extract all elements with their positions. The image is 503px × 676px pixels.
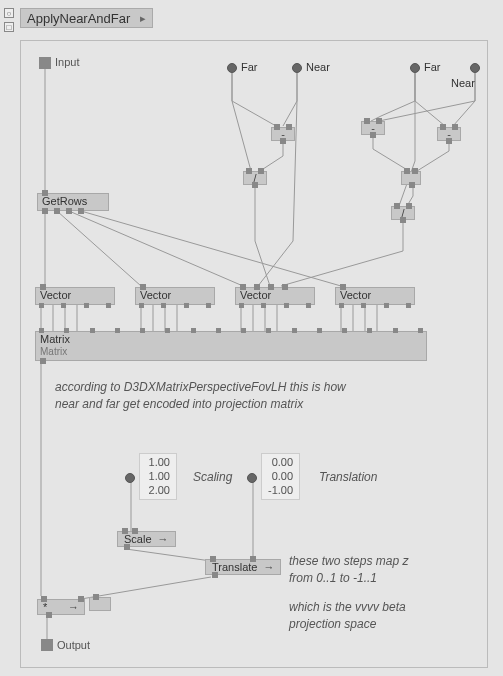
near-pin-1[interactable] xyxy=(292,63,302,73)
matrix-label: Matrix xyxy=(36,332,426,346)
vector-node-3[interactable]: Vector xyxy=(235,287,315,305)
near-label-1: Near xyxy=(306,61,330,73)
arrow-right-icon: → xyxy=(158,533,169,545)
far-pin-1[interactable] xyxy=(227,63,237,73)
matrix-sublabel: Matrix xyxy=(36,346,426,359)
far-label-1: Far xyxy=(241,61,258,73)
patch-title: ApplyNearAndFar xyxy=(27,11,130,26)
scaling-dot[interactable] xyxy=(125,473,135,483)
translation-label: Translation xyxy=(319,469,377,486)
matrix-node[interactable]: Matrix Matrix xyxy=(35,331,427,361)
vector-node-1[interactable]: Vector xyxy=(35,287,115,305)
translation-values: 0.00 0.00 -1.00 xyxy=(261,453,300,500)
far-pin-2[interactable] xyxy=(410,63,420,73)
subtract-node-3[interactable]: - xyxy=(437,127,461,141)
input-label: Input xyxy=(55,56,79,68)
scaling-values: 1.00 1.00 2.00 xyxy=(139,453,177,500)
output-label: Output xyxy=(57,639,90,651)
square-icon[interactable]: □ xyxy=(4,22,14,32)
scaling-label: Scaling xyxy=(193,469,232,486)
vector-node-2[interactable]: Vector xyxy=(135,287,215,305)
divide-node-2[interactable]: / xyxy=(391,206,415,220)
comment-projection: according to D3DXMatrixPerspectiveFovLH … xyxy=(55,379,435,413)
far-label-2: Far xyxy=(424,61,441,73)
translation-dot[interactable] xyxy=(247,473,257,483)
circle-icon[interactable]: ○ xyxy=(4,8,14,18)
vector-node-4[interactable]: Vector xyxy=(335,287,415,305)
input-pin[interactable] xyxy=(39,57,51,69)
comment-mapz: these two steps map z from 0..1 to -1..1 xyxy=(289,553,469,587)
output-pin[interactable] xyxy=(41,639,53,651)
subtract-node-2[interactable]: - xyxy=(361,121,385,135)
patch-title-bar[interactable]: ApplyNearAndFar ▸ xyxy=(20,8,153,28)
comment-beta: which is the vvvv beta projection space xyxy=(289,599,469,633)
near-label-2: Near xyxy=(451,77,475,89)
patch-canvas[interactable]: Input Far Near Far Near - / - - / GetRow… xyxy=(20,40,488,668)
arrow-right-icon: → xyxy=(68,601,79,613)
translate-node[interactable]: Translate→ xyxy=(205,559,281,575)
getrows-node[interactable]: GetRows xyxy=(37,193,109,211)
multiply-node[interactable]: * → xyxy=(37,599,85,615)
divide-node-1[interactable]: / xyxy=(243,171,267,185)
toolbar-icons: ○ □ xyxy=(4,8,14,32)
mul-node-tiny[interactable] xyxy=(401,171,421,185)
chevron-right-icon: ▸ xyxy=(140,12,146,25)
near-pin-2[interactable] xyxy=(470,63,480,73)
subtract-node-1[interactable]: - xyxy=(271,127,295,141)
arrow-right-icon: → xyxy=(263,561,274,573)
scale-node[interactable]: Scale→ xyxy=(117,531,176,547)
aux-node[interactable] xyxy=(89,597,111,611)
getrows-label: GetRows xyxy=(38,194,108,208)
